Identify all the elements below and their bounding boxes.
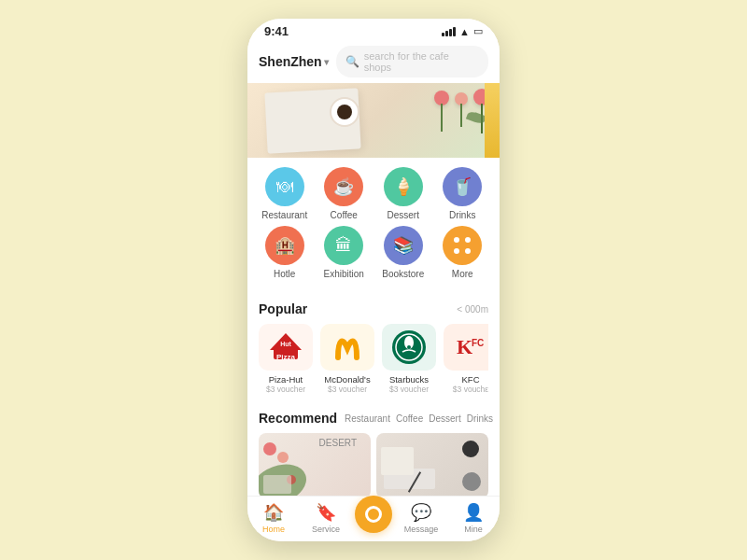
svg-point-2	[454, 248, 459, 254]
mcdonalds-voucher: $3 voucher	[328, 385, 367, 394]
rec-tab-dessert[interactable]: Dessert	[429, 413, 460, 424]
battery-icon: ▭	[473, 25, 483, 37]
search-placeholder-text: search for the cafe shops	[364, 50, 479, 73]
starbucks-name: Starbucks	[389, 374, 429, 385]
coffee-icon: ☕	[324, 167, 363, 206]
rec-tab-restaurant[interactable]: Restaurant	[345, 413, 390, 424]
bottom-nav: 🏠 Home 🔖 Service 💬 Message 👤 Mine	[247, 496, 500, 541]
nav-mine[interactable]: 👤 Mine	[450, 502, 497, 534]
nav-home-label: Home	[262, 525, 285, 534]
status-time: 9:41	[264, 24, 289, 38]
popular-item-kfc[interactable]: K FC KFC $3 vouchε	[444, 324, 488, 394]
svg-text:Pizza: Pizza	[276, 353, 296, 361]
category-section: 🍽 Restaurant ☕ Coffee 🍦 Dessert	[247, 158, 500, 290]
category-more[interactable]: More	[436, 226, 488, 279]
hotel-label: Hotle	[274, 269, 295, 279]
search-icon: 🔍	[345, 55, 359, 68]
restaurant-icon: 🍽	[265, 167, 304, 206]
coffee-label: Coffee	[331, 210, 358, 220]
category-dessert[interactable]: 🍦 Dessert	[377, 167, 430, 220]
wifi-icon: ▲	[459, 26, 470, 37]
pizzahut-name: Piza-Hut	[269, 374, 303, 385]
nav-message[interactable]: 💬 Message	[398, 502, 444, 534]
recommend-header: Recommend Restaurant Coffee Dessert Drin…	[259, 411, 488, 426]
banner	[247, 83, 500, 158]
more-label: More	[452, 269, 473, 279]
more-icon	[443, 226, 482, 265]
recommend-tabs: Restaurant Coffee Dessert Drinks	[345, 413, 493, 424]
status-bar: 9:41 ▲ ▭	[247, 19, 500, 42]
nav-service-label: Service	[312, 525, 340, 534]
popular-list: Pizza Hut Piza-Hut $3 voucher McDonald's	[259, 324, 488, 394]
nav-center-icon	[365, 506, 382, 523]
svg-text:K: K	[457, 335, 472, 358]
kfc-voucher: $3 vouchε	[453, 385, 488, 394]
nav-mine-label: Mine	[464, 525, 483, 534]
phone-frame: 9:41 ▲ ▭ ShenZhen ▾ 🔍 search for the caf…	[247, 19, 500, 541]
exhibition-label: Exhibition	[324, 269, 364, 279]
category-row-1: 🍽 Restaurant ☕ Coffee 🍦 Dessert	[255, 167, 492, 220]
dessert-icon: 🍦	[384, 167, 423, 206]
rec-tab-drinks[interactable]: Drinks	[467, 413, 493, 424]
nav-service[interactable]: 🔖 Service	[303, 502, 349, 534]
pizzahut-logo: Pizza Hut	[259, 324, 313, 371]
category-bookstore[interactable]: 📚 Bookstore	[377, 226, 430, 279]
rec-card-flowers[interactable]: DESERT	[259, 433, 371, 496]
pizzahut-voucher: $3 voucher	[266, 385, 305, 394]
popular-item-starbucks[interactable]: Starbucks $3 voucher	[382, 324, 436, 394]
popular-item-pizzahut[interactable]: Pizza Hut Piza-Hut $3 voucher	[259, 324, 313, 394]
starbucks-voucher: $3 voucher	[389, 385, 429, 394]
hotel-icon: 🏨	[265, 226, 304, 265]
category-drinks[interactable]: 🥤 Drinks	[436, 167, 488, 220]
popular-section: Popular < 000m Pizza Hut Piza-Hut	[247, 294, 500, 399]
popular-title: Popular	[259, 301, 307, 316]
category-row-2: 🏨 Hotle 🏛 Exhibition 📚 Bookstore	[255, 226, 492, 279]
svg-point-11	[407, 345, 411, 349]
svg-text:FC: FC	[472, 338, 484, 348]
svg-text:Hut: Hut	[280, 341, 291, 347]
popular-header: Popular < 000m	[259, 301, 488, 316]
nav-home[interactable]: 🏠 Home	[250, 502, 297, 534]
dessert-label: Dessert	[388, 210, 419, 220]
bookstore-icon: 📚	[384, 226, 423, 265]
svg-point-3	[465, 248, 471, 254]
recommend-grid: DESERT	[259, 433, 488, 496]
location-button[interactable]: ShenZhen ▾	[259, 54, 329, 69]
bookstore-label: Bookstore	[382, 269, 424, 279]
chevron-down-icon: ▾	[324, 57, 329, 67]
category-exhibition[interactable]: 🏛 Exhibition	[317, 226, 370, 279]
restaurant-label: Restaurant	[261, 210, 307, 220]
home-icon: 🏠	[263, 502, 284, 523]
banner-roses	[434, 85, 490, 105]
scroll-content: 🍽 Restaurant ☕ Coffee 🍦 Dessert	[247, 158, 500, 496]
rec-tab-coffee[interactable]: Coffee	[396, 413, 423, 424]
status-icons: ▲ ▭	[442, 25, 483, 37]
drinks-icon: 🥤	[443, 167, 482, 206]
location-name: ShenZhen	[259, 54, 322, 69]
svg-point-0	[454, 237, 459, 243]
category-hotel[interactable]: 🏨 Hotle	[259, 226, 311, 279]
starbucks-logo	[382, 324, 436, 371]
service-icon: 🔖	[316, 502, 336, 523]
recommend-section: Recommend Restaurant Coffee Dessert Drin…	[247, 403, 500, 496]
nav-message-label: Message	[404, 525, 439, 534]
drinks-label: Drinks	[449, 210, 475, 220]
signal-icon	[442, 27, 456, 36]
message-icon: 💬	[411, 502, 431, 523]
mcdonalds-logo	[320, 324, 374, 371]
nav-center-button[interactable]	[355, 496, 392, 533]
rec-card-laptop[interactable]	[376, 433, 488, 496]
category-coffee[interactable]: ☕ Coffee	[317, 167, 370, 220]
header: ShenZhen ▾ 🔍 search for the cafe shops	[247, 42, 500, 83]
svg-point-1	[465, 237, 471, 243]
kfc-logo: K FC	[444, 324, 488, 371]
mcdonalds-name: McDonald's	[324, 374, 370, 385]
popular-item-mcdonalds[interactable]: McDonald's $3 voucher	[320, 324, 374, 394]
exhibition-icon: 🏛	[324, 226, 363, 265]
search-bar[interactable]: 🔍 search for the cafe shops	[336, 46, 488, 77]
category-restaurant[interactable]: 🍽 Restaurant	[259, 167, 311, 220]
mine-icon: 👤	[463, 502, 484, 523]
recommend-title: Recommend	[259, 411, 337, 426]
popular-more: < 000m	[457, 304, 488, 315]
kfc-name: KFC	[462, 374, 480, 385]
